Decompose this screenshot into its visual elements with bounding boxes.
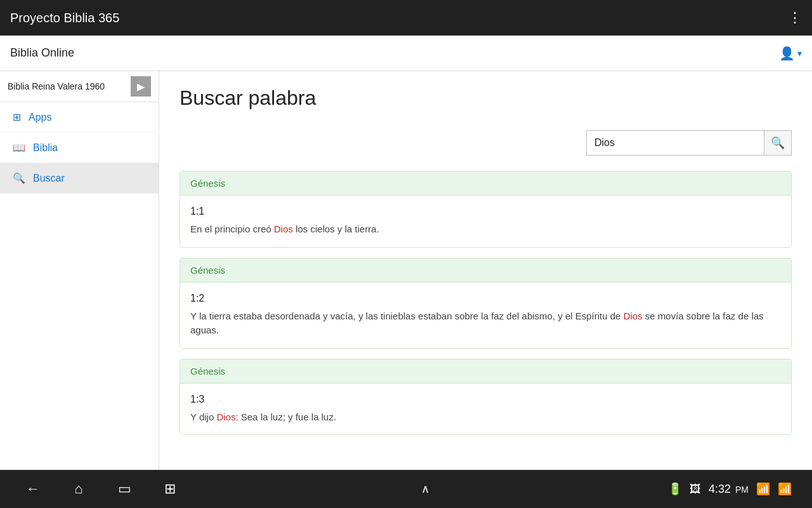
bible-selector-button[interactable]: ▶	[131, 76, 151, 97]
verse-text-2: Y la tierra estaba desordenada y vacía, …	[190, 309, 781, 338]
bottom-navigation-bar: ← ⌂ ▭ ⊞ ∧ 🔋 🖼 4:32 PM 📶 📶	[0, 470, 812, 508]
content-area: Buscar palabra 🔍 Génesis 1:1 En el princ…	[159, 71, 812, 470]
user-icon: 👤	[779, 46, 795, 61]
verse-text-before-3: Y dijo	[190, 411, 216, 422]
sidebar-item-buscar-label: Buscar	[33, 173, 65, 184]
home-icon: ⌂	[74, 481, 82, 497]
bible-selector[interactable]: Biblia Reina Valera 1960 ▶	[0, 71, 159, 102]
search-submit-icon: 🔍	[771, 136, 785, 150]
time-value: 4:32	[709, 483, 731, 495]
bottom-nav-center: ∧	[412, 476, 438, 502]
verse-highlight-1: Dios	[274, 224, 293, 234]
verse-ref-1: 1:1	[190, 206, 781, 217]
result-card-1: Génesis 1:1 En el principio creó Dios lo…	[180, 171, 792, 248]
verse-text-before-1: En el principio creó	[190, 224, 274, 234]
result-body-2: 1:2 Y la tierra estaba desordenada y vac…	[180, 283, 791, 348]
verse-text-3: Y dijo Dios: Sea la luz; y fue la luz.	[190, 410, 781, 425]
sidebar-item-buscar[interactable]: 🔍 Buscar	[0, 163, 159, 194]
bottom-status-bar: 🔋 🖼 4:32 PM 📶 📶	[668, 482, 792, 496]
toolbar-title: Biblia Online	[10, 46, 779, 60]
verse-highlight-3: Dios	[216, 411, 235, 422]
search-input[interactable]	[586, 130, 764, 156]
clock-display: 4:32 PM	[709, 483, 749, 496]
search-bar: 🔍	[180, 130, 792, 156]
bottom-nav-left: ← ⌂ ▭ ⊞	[20, 476, 183, 502]
chevron-down-icon: ▾	[797, 48, 802, 58]
verse-text-before-2: Y la tierra estaba desordenada y vacía, …	[190, 311, 624, 321]
apps-grid-button[interactable]: ⊞	[157, 476, 183, 502]
chevron-up-icon: ∧	[421, 482, 429, 496]
ampm-value: PM	[735, 485, 749, 495]
main-layout: Biblia Reina Valera 1960 ▶ ⊞ Apps 📖 Bibl…	[0, 71, 812, 470]
page-title: Buscar palabra	[180, 86, 792, 110]
app-title: Proyecto Biblia 365	[10, 11, 119, 25]
apps-grid-icon: ⊞	[164, 481, 176, 497]
recents-button[interactable]: ▭	[112, 476, 137, 502]
verse-ref-3: 1:3	[190, 394, 781, 405]
result-book-3: Génesis	[180, 359, 791, 384]
screenshot-icon: 🖼	[690, 483, 701, 496]
result-book-1: Génesis	[180, 171, 791, 196]
secondary-toolbar: Biblia Online 👤 ▾	[0, 36, 812, 71]
signal-icon: 📶	[778, 482, 792, 496]
home-button[interactable]: ⌂	[66, 476, 91, 502]
result-book-2: Génesis	[180, 258, 791, 283]
result-body-1: 1:1 En el principio creó Dios los cielos…	[180, 196, 791, 247]
verse-highlight-2: Dios	[624, 311, 643, 321]
app-bar: Proyecto Biblia 365 ⋮	[0, 0, 812, 36]
back-button[interactable]: ←	[20, 476, 46, 502]
result-body-3: 1:3 Y dijo Dios: Sea la luz; y fue la lu…	[180, 384, 791, 435]
result-card-2: Génesis 1:2 Y la tierra estaba desordena…	[180, 258, 792, 349]
wifi-icon: 📶	[756, 482, 770, 496]
chevron-up-button[interactable]: ∧	[412, 476, 438, 502]
search-icon: 🔍	[13, 172, 25, 184]
search-button[interactable]: 🔍	[764, 130, 792, 156]
verse-ref-2: 1:2	[190, 293, 781, 304]
verse-text-1: En el principio creó Dios los cielos y l…	[190, 222, 781, 237]
more-menu-button[interactable]: ⋮	[788, 10, 802, 26]
sidebar-item-apps-label: Apps	[29, 112, 51, 123]
book-icon: 📖	[13, 142, 25, 154]
sidebar-item-biblia-label: Biblia	[33, 142, 58, 154]
apps-icon: ⊞	[13, 111, 21, 123]
user-menu-button[interactable]: 👤 ▾	[779, 46, 802, 61]
sidebar-item-apps[interactable]: ⊞ Apps	[0, 102, 159, 133]
recents-icon: ▭	[118, 481, 131, 497]
verse-text-after-3: : Sea la luz; y fue la luz.	[235, 411, 336, 422]
sidebar-item-biblia[interactable]: 📖 Biblia	[0, 133, 159, 163]
result-card-3: Génesis 1:3 Y dijo Dios: Sea la luz; y f…	[180, 359, 792, 436]
battery-icon: 🔋	[668, 482, 682, 496]
bible-selector-text: Biblia Reina Valera 1960	[8, 81, 131, 91]
selector-arrow-icon: ▶	[137, 81, 145, 93]
back-icon: ←	[26, 481, 40, 497]
verse-text-after-1: los cielos y la tierra.	[293, 224, 379, 234]
sidebar: Biblia Reina Valera 1960 ▶ ⊞ Apps 📖 Bibl…	[0, 71, 159, 470]
